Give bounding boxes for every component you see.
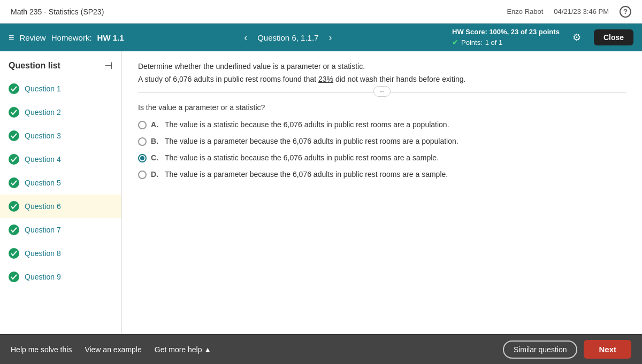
- radio-button: [138, 137, 147, 146]
- nav-bar: ≡ Review Homework: HW 1.1 ‹ Question 6, …: [0, 24, 642, 51]
- settings-gear-button[interactable]: ⚙: [567, 28, 586, 47]
- points-value: 1 of 1: [485, 37, 503, 48]
- underlined-value: 23%: [318, 75, 333, 83]
- option-text: The value is a parameter because the 6,0…: [165, 170, 448, 179]
- app-title: Math 235 - Statistics (SP23): [11, 7, 104, 16]
- content-area: Determine whether the underlined value i…: [122, 51, 642, 334]
- option-text: The value is a parameter because the 6,0…: [165, 137, 458, 145]
- check-icon: [9, 272, 19, 282]
- help-icon[interactable]: ?: [620, 6, 631, 18]
- radio-button: [138, 171, 147, 179]
- question-text: A study of 6,076 adults in public rest r…: [138, 75, 626, 83]
- user-name: Enzo Rabot: [507, 7, 543, 16]
- sidebar-item-question-2[interactable]: Question 2: [0, 100, 121, 124]
- next-button[interactable]: Next: [584, 340, 631, 359]
- bottom-right: Similar question Next: [503, 340, 631, 359]
- score-line: HW Score: 100%, 23 of 23 points: [452, 27, 560, 37]
- similar-question-button[interactable]: Similar question: [503, 340, 578, 359]
- nav-center: ‹ Question 6, 1.1.7 ›: [238, 30, 338, 45]
- score-label: HW Score:: [452, 28, 487, 36]
- sidebar-item-label: Question 2: [25, 108, 61, 117]
- expand-button[interactable]: ···: [373, 86, 391, 97]
- answer-option-d[interactable]: D. The value is a parameter because the …: [138, 170, 626, 179]
- check-icon: [9, 154, 19, 165]
- sidebar-title: Question list: [9, 61, 60, 71]
- radio-button: [138, 121, 147, 129]
- question-text-before: A study of 6,076 adults in public rest r…: [138, 75, 318, 83]
- homework-word: Homework:: [51, 33, 92, 42]
- question-prompt: Is the value a parameter or a statistic?: [138, 103, 626, 112]
- sidebar-item-question-7[interactable]: Question 7: [0, 218, 121, 242]
- points-check-icon: ✔: [452, 37, 458, 48]
- question-text-after: did not wash their hands before exiting.: [333, 75, 466, 83]
- option-text: The value is a statistic because the 6,0…: [165, 120, 449, 129]
- sidebar-item-label: Question 8: [25, 249, 61, 258]
- score-info: HW Score: 100%, 23 of 23 points ✔ Points…: [452, 27, 560, 49]
- sidebar-item-label: Question 9: [25, 273, 61, 281]
- sidebar-item-question-9[interactable]: Question 9: [0, 265, 121, 289]
- main-layout: Question list ⊣ Question 1 Question 2 Qu…: [0, 51, 642, 334]
- sidebar-items-container: Question 1 Question 2 Question 3 Questio…: [0, 77, 121, 289]
- option-letter: D.: [151, 170, 158, 179]
- sidebar-item-question-3[interactable]: Question 3: [0, 124, 121, 148]
- sidebar-item-label: Question 7: [25, 226, 61, 234]
- top-bar: Math 235 - Statistics (SP23) Enzo Rabot …: [0, 0, 642, 24]
- sidebar-item-question-8[interactable]: Question 8: [0, 242, 121, 265]
- check-icon: [9, 224, 19, 235]
- check-icon: [9, 177, 19, 188]
- score-value: 100%, 23 of 23 points: [489, 28, 560, 36]
- review-label: Review: [20, 33, 46, 42]
- sidebar-item-label: Question 1: [25, 84, 61, 93]
- answer-options-container: A. The value is a statistic because the …: [138, 120, 626, 179]
- close-button[interactable]: Close: [594, 29, 633, 45]
- sidebar-collapse-button[interactable]: ⊣: [104, 60, 113, 72]
- sidebar-item-label: Question 6: [25, 202, 61, 211]
- hamburger-icon[interactable]: ≡: [9, 32, 14, 43]
- check-icon: [9, 107, 19, 118]
- option-letter: C.: [151, 153, 158, 162]
- radio-button: [138, 154, 147, 162]
- question-instruction: Determine whether the underlined value i…: [138, 62, 626, 71]
- check-icon: [9, 248, 19, 259]
- answer-option-b[interactable]: B. The value is a parameter because the …: [138, 137, 626, 146]
- sidebar-item-label: Question 5: [25, 179, 61, 187]
- sidebar-header: Question list ⊣: [0, 51, 121, 77]
- points-line: ✔ Points: 1 of 1: [452, 37, 560, 48]
- bottom-left: Help me solve this View an example Get m…: [11, 345, 211, 354]
- points-label: Points:: [461, 37, 483, 48]
- option-letter: B.: [151, 137, 158, 145]
- prev-question-button[interactable]: ‹: [238, 30, 253, 45]
- sidebar-item-label: Question 4: [25, 155, 61, 164]
- answer-option-a[interactable]: A. The value is a statistic because the …: [138, 120, 626, 129]
- hw-name: HW 1.1: [97, 33, 124, 42]
- check-icon: [9, 201, 19, 212]
- option-letter: A.: [151, 120, 158, 129]
- check-icon: [9, 83, 19, 94]
- divider-section: ···: [138, 92, 626, 92]
- sidebar-item-label: Question 3: [25, 131, 61, 140]
- help-me-solve-button[interactable]: Help me solve this: [11, 345, 72, 354]
- sidebar: Question list ⊣ Question 1 Question 2 Qu…: [0, 51, 122, 334]
- next-question-button[interactable]: ›: [323, 30, 338, 45]
- check-icon: [9, 130, 19, 141]
- question-label: Question 6, 1.1.7: [257, 33, 318, 42]
- sidebar-item-question-1[interactable]: Question 1: [0, 77, 121, 100]
- bottom-bar: Help me solve this View an example Get m…: [0, 334, 642, 364]
- nav-left: ≡ Review Homework: HW 1.1: [9, 32, 124, 43]
- view-example-button[interactable]: View an example: [85, 345, 141, 354]
- get-more-help-button[interactable]: Get more help ▲: [155, 345, 211, 354]
- answer-option-c[interactable]: C. The value is a statistic because the …: [138, 153, 626, 162]
- sidebar-item-question-4[interactable]: Question 4: [0, 148, 121, 171]
- top-bar-right: Enzo Rabot 04/21/23 3:46 PM ?: [507, 6, 631, 18]
- sidebar-item-question-5[interactable]: Question 5: [0, 171, 121, 195]
- nav-right: HW Score: 100%, 23 of 23 points ✔ Points…: [452, 27, 633, 49]
- option-text: The value is a statistic because the 6,0…: [165, 153, 439, 162]
- sidebar-item-question-6[interactable]: Question 6: [0, 195, 121, 218]
- datetime: 04/21/23 3:46 PM: [554, 7, 609, 16]
